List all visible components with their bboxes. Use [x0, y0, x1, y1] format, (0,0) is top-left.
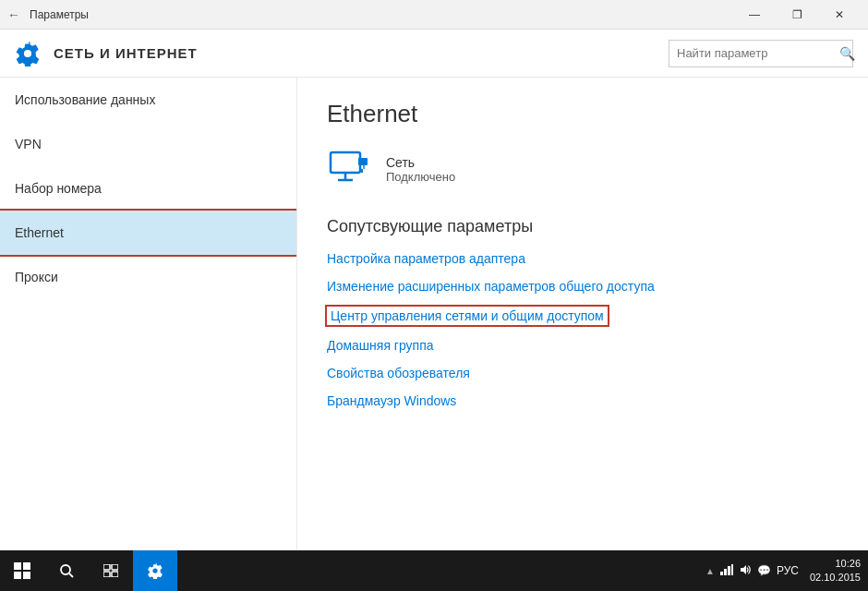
network-card: Сеть Подключено — [327, 151, 838, 187]
settings-icon — [15, 41, 41, 66]
sidebar-item-proxy[interactable]: Прокси — [0, 255, 296, 299]
app-header: СЕТЬ И ИНТЕРНЕТ 🔍 — [0, 30, 868, 78]
clock-date: 02.10.2015 — [810, 571, 861, 585]
system-tray: ▲ 💬 — [705, 563, 771, 578]
task-view-button[interactable] — [89, 550, 133, 591]
content-area: Ethernet Сеть Подключено С — [297, 78, 868, 550]
link-sharing-settings[interactable]: Изменение расширенных параметров общего … — [327, 279, 838, 294]
related-params-title: Сопутсвующие параметры — [327, 217, 838, 236]
link-adapter-settings[interactable]: Настройка параметров адаптера — [327, 251, 838, 266]
network-icon — [327, 151, 371, 187]
sidebar-item-ethernet[interactable]: Ethernet — [0, 211, 296, 255]
svg-rect-20 — [731, 564, 733, 575]
svg-rect-19 — [728, 566, 730, 575]
settings-taskbar-button[interactable] — [133, 550, 177, 591]
language-indicator[interactable]: РУС — [777, 564, 799, 577]
title-bar-title: Параметры — [30, 8, 89, 21]
svg-rect-9 — [14, 572, 21, 579]
clock-time: 10:26 — [835, 557, 861, 571]
search-icon[interactable]: 🔍 — [839, 40, 855, 67]
tray-arrow[interactable]: ▲ — [705, 566, 715, 576]
svg-rect-3 — [358, 158, 368, 165]
link-home-group[interactable]: Домашняя группа — [327, 338, 838, 353]
svg-rect-7 — [14, 562, 21, 570]
close-button[interactable]: ✕ — [818, 0, 861, 30]
search-input[interactable] — [669, 46, 839, 60]
start-button[interactable] — [0, 550, 44, 591]
svg-rect-0 — [331, 152, 360, 173]
back-icon[interactable]: ← — [7, 7, 20, 22]
network-status: Подключено — [386, 170, 455, 184]
message-tray-icon[interactable]: 💬 — [757, 564, 771, 577]
taskbar-clock[interactable]: 10:26 02.10.2015 — [810, 557, 861, 585]
svg-rect-8 — [23, 562, 30, 570]
network-info: Сеть Подключено — [386, 155, 455, 184]
svg-point-11 — [61, 565, 70, 574]
sidebar-item-dialup[interactable]: Набор номера — [0, 166, 296, 211]
title-bar-controls: — ❐ ✕ — [733, 0, 861, 30]
title-bar: ← Параметры — ❐ ✕ — [0, 0, 868, 30]
network-tray-icon[interactable] — [720, 563, 733, 578]
svg-rect-14 — [112, 564, 118, 570]
title-bar-left: ← Параметры — [7, 7, 89, 22]
network-name: Сеть — [386, 155, 455, 170]
page-title: Ethernet — [327, 100, 838, 128]
sidebar-item-vpn[interactable]: VPN — [0, 122, 296, 166]
taskbar-left — [0, 550, 177, 591]
link-browser-props[interactable]: Свойства обозревателя — [327, 366, 838, 380]
sidebar: Использование данных VPN Набор номера Et… — [0, 78, 297, 550]
svg-rect-13 — [103, 564, 110, 570]
search-box: 🔍 — [669, 40, 853, 67]
svg-line-12 — [69, 573, 73, 577]
link-firewall[interactable]: Брандмауэр Windows — [327, 393, 838, 408]
main-area: Использование данных VPN Набор номера Et… — [0, 78, 868, 550]
minimize-button[interactable]: — — [733, 0, 776, 30]
svg-rect-15 — [103, 572, 110, 577]
svg-rect-17 — [720, 572, 723, 575]
maximize-button[interactable]: ❐ — [776, 0, 818, 30]
svg-rect-18 — [724, 569, 727, 575]
svg-marker-21 — [741, 565, 746, 574]
svg-rect-16 — [112, 572, 118, 577]
volume-tray-icon[interactable] — [739, 563, 752, 578]
app-header-title: СЕТЬ И ИНТЕРНЕТ — [54, 45, 656, 61]
search-button[interactable] — [44, 550, 89, 591]
taskbar: ▲ 💬 РУС 10:26 02.10.2015 — [0, 550, 868, 591]
taskbar-right: ▲ 💬 РУС 10:26 02.10.2015 — [705, 550, 868, 591]
svg-rect-10 — [23, 572, 30, 579]
link-network-center[interactable]: Центр управления сетями и общим доступом — [327, 307, 608, 325]
sidebar-item-data-usage[interactable]: Использование данных — [0, 78, 296, 122]
